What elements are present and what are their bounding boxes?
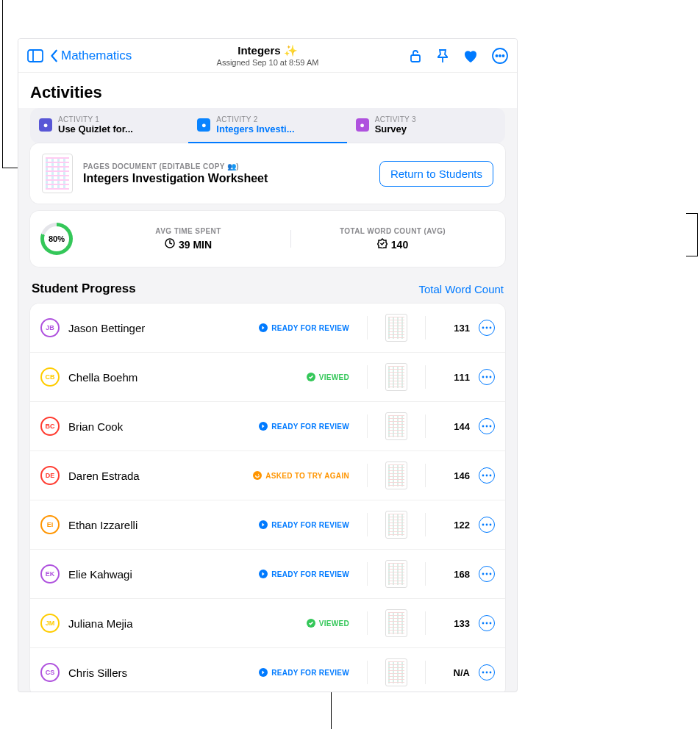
status-text: VIEWED <box>319 620 349 628</box>
app-window: Mathematics Integers ✨ Assigned Sep 10 a… <box>18 38 518 692</box>
divider <box>367 661 368 684</box>
submission-thumbnail[interactable] <box>385 560 407 588</box>
student-avatar: JB <box>40 318 60 337</box>
submission-thumbnail[interactable] <box>385 314 407 342</box>
student-name: Juliana Mejia <box>68 617 298 630</box>
student-list: JBJason BettingerREADY FOR REVIEW131CBCh… <box>30 304 505 692</box>
row-more-button[interactable] <box>479 369 495 385</box>
row-more-button[interactable] <box>479 320 495 336</box>
status-badge: VIEWED <box>307 373 349 381</box>
word-count: 122 <box>443 520 470 531</box>
student-avatar: EI <box>40 515 60 534</box>
student-row[interactable]: EKElie KahwagiREADY FOR REVIEW168 <box>30 550 505 599</box>
submission-thumbnail[interactable] <box>385 658 407 686</box>
page-subtitle: Assigned Sep 10 at 8:59 AM <box>217 58 319 67</box>
activity-tab-1[interactable]: ●ACTIVITY 1Use Quizlet for... <box>30 108 188 143</box>
student-row[interactable]: JBJason BettingerREADY FOR REVIEW131 <box>30 304 505 353</box>
status-icon <box>259 668 268 677</box>
top-actions <box>408 48 508 64</box>
svg-point-26 <box>486 573 488 575</box>
svg-point-14 <box>486 376 488 378</box>
chevron-left-icon <box>49 49 60 62</box>
svg-point-22 <box>482 524 485 526</box>
submission-thumbnail[interactable] <box>385 511 407 539</box>
document-title: Integers Investigation Worksheet <box>83 172 369 185</box>
svg-point-30 <box>490 622 492 625</box>
student-avatar: JM <box>40 614 60 633</box>
submission-thumbnail[interactable] <box>385 462 407 489</box>
student-row[interactable]: CSChris SillersREADY FOR REVIEWN/A <box>30 648 505 692</box>
heart-icon[interactable] <box>463 49 479 63</box>
divider <box>425 316 426 340</box>
svg-point-13 <box>482 376 485 378</box>
status-icon <box>259 570 268 578</box>
svg-point-31 <box>482 672 485 674</box>
row-more-button[interactable] <box>479 517 495 533</box>
pin-icon[interactable] <box>436 49 449 63</box>
divider <box>367 316 368 340</box>
activity-tab-2[interactable]: ●ACTIVITY 2Integers Investi... <box>188 108 346 143</box>
back-button[interactable]: Mathematics <box>49 49 132 63</box>
status-icon <box>259 520 268 529</box>
student-row[interactable]: EIEthan IzzarelliREADY FOR REVIEW122 <box>30 500 505 550</box>
lock-open-icon[interactable] <box>408 49 423 63</box>
svg-point-16 <box>482 425 485 428</box>
row-more-button[interactable] <box>479 664 495 680</box>
svg-point-6 <box>499 55 501 57</box>
return-to-students-button[interactable]: Return to Students <box>379 161 493 187</box>
word-count: 111 <box>443 372 470 383</box>
more-icon[interactable] <box>492 48 508 64</box>
submission-thumbnail[interactable] <box>385 609 407 637</box>
word-count: 146 <box>443 470 470 481</box>
row-more-button[interactable] <box>479 615 495 631</box>
status-text: READY FOR REVIEW <box>271 669 349 677</box>
activity-label: ACTIVITY 1 <box>58 115 133 123</box>
student-row[interactable]: BCBrian CookREADY FOR REVIEW144 <box>30 402 505 451</box>
activity-name: Use Quizlet for... <box>58 123 133 134</box>
student-row[interactable]: CBChella BoehmVIEWED111 <box>30 353 505 402</box>
row-more-button[interactable] <box>479 467 495 484</box>
svg-point-18 <box>490 425 492 428</box>
svg-point-28 <box>482 622 485 625</box>
divider <box>425 513 426 536</box>
activity-icon: ● <box>39 118 52 132</box>
sidebar-toggle-icon[interactable] <box>27 49 43 62</box>
callout-line <box>2 168 18 168</box>
status-icon <box>253 471 262 480</box>
status-text: READY FOR REVIEW <box>271 324 349 332</box>
student-row[interactable]: JMJuliana MejiaVIEWED133 <box>30 599 505 648</box>
student-name: Chris Sillers <box>68 667 250 679</box>
svg-point-5 <box>496 55 498 57</box>
avg-time-label: AVG TIME SPENT <box>86 227 290 235</box>
activity-tab-3[interactable]: ●ACTIVITY 3Survey <box>347 108 505 143</box>
status-text: READY FOR REVIEW <box>271 521 349 529</box>
stats-card: 80% AVG TIME SPENT 39 MIN TOTAL WORD COU… <box>30 211 505 267</box>
callout-line <box>686 256 698 256</box>
svg-point-23 <box>486 524 488 526</box>
submission-thumbnail[interactable] <box>385 412 407 440</box>
divider <box>425 414 426 438</box>
student-avatar: BC <box>40 417 60 436</box>
submission-thumbnail[interactable] <box>385 363 407 391</box>
activity-label: ACTIVITY 3 <box>375 115 416 123</box>
word-count: 168 <box>443 569 470 580</box>
status-text: VIEWED <box>319 373 349 381</box>
word-count: 144 <box>443 421 470 432</box>
row-more-button[interactable] <box>479 418 495 434</box>
activity-name: Integers Investi... <box>216 123 294 134</box>
progress-value: 80% <box>49 234 65 243</box>
callout-line <box>2 0 3 168</box>
svg-point-29 <box>486 622 488 625</box>
student-name: Chella Boehm <box>68 371 298 384</box>
word-count-label: TOTAL WORD COUNT (AVG) <box>290 227 495 235</box>
divider <box>367 513 368 536</box>
svg-point-21 <box>490 475 492 477</box>
status-badge: READY FOR REVIEW <box>259 323 349 332</box>
document-thumbnail[interactable] <box>42 154 73 193</box>
status-icon <box>259 422 268 431</box>
row-more-button[interactable] <box>479 566 495 582</box>
student-row[interactable]: DEDaren EstradaASKED TO TRY AGAIN146 <box>30 451 505 500</box>
word-count: N/A <box>443 667 470 678</box>
total-word-count-link[interactable]: Total Word Count <box>418 283 504 295</box>
activity-label: ACTIVITY 2 <box>216 115 294 123</box>
